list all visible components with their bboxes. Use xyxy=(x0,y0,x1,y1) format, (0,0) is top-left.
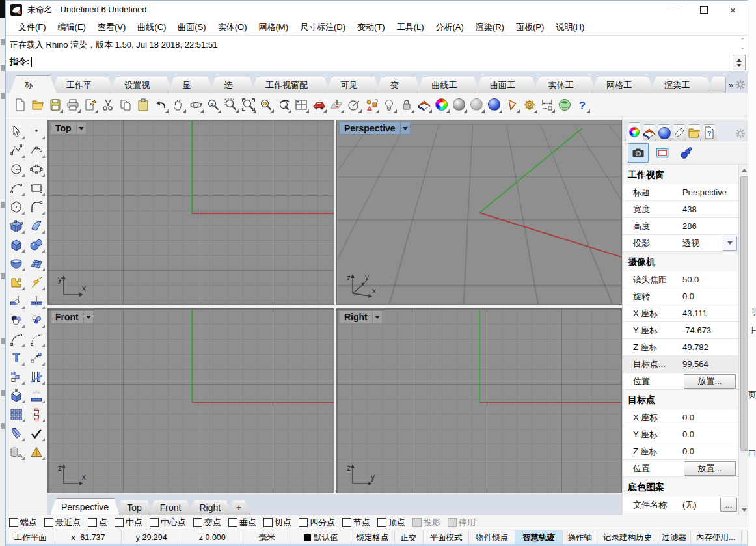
viewport-top-title[interactable]: Top xyxy=(50,122,87,135)
property-value[interactable]: 99.564 xyxy=(682,359,738,369)
property-value[interactable]: 43.111 xyxy=(682,308,738,318)
viewport-front-menu-caret[interactable] xyxy=(84,310,94,323)
command-input[interactable]: 指令: xyxy=(6,53,748,72)
checkbox-icon[interactable] xyxy=(88,518,97,527)
check-errors-icon[interactable] xyxy=(29,425,45,441)
osnap-节点[interactable]: 节点 xyxy=(342,517,370,528)
toolbar-tab-渲染工具[interactable]: 渲染工具 xyxy=(649,77,712,93)
menu-item-11[interactable]: 分析(A) xyxy=(430,20,470,35)
viewport-right[interactable]: Right zy xyxy=(336,308,622,493)
menu-item-13[interactable]: 面板(P) xyxy=(510,20,550,35)
viewport-perspective-label[interactable]: Perspective xyxy=(339,122,401,135)
dropdown-button[interactable] xyxy=(723,236,737,251)
place-button[interactable]: 放置... xyxy=(684,374,736,389)
render-tab[interactable] xyxy=(655,124,673,141)
shaded-viewport-icon[interactable] xyxy=(450,96,468,114)
toolbar-tab-网格工具[interactable]: 网格工具 xyxy=(591,77,655,93)
menu-item-2[interactable]: 编辑(E) xyxy=(52,20,92,35)
status-工作平面[interactable]: 工作平面 xyxy=(6,530,55,545)
fillet-curve-icon[interactable] xyxy=(29,198,45,215)
extrude-solid-icon[interactable] xyxy=(8,387,25,403)
spheres-icon[interactable] xyxy=(29,236,45,253)
menu-item-1[interactable]: 文件(F) xyxy=(12,20,52,35)
viewport-rect-button[interactable] xyxy=(652,143,673,163)
toolbar-tab-设置视图[interactable]: 设置视图 xyxy=(109,77,172,93)
zoom-dynamic-icon[interactable]: ± xyxy=(204,96,222,114)
property-value[interactable]: 放置... xyxy=(682,374,738,389)
property-value[interactable]: 0.0 xyxy=(682,292,738,301)
status-过滤器[interactable]: 过滤器 xyxy=(658,530,691,545)
property-value[interactable]: 50.0 xyxy=(682,275,738,284)
menu-item-7[interactable]: 网格(M) xyxy=(252,20,294,35)
new-viewport-tab-button[interactable]: + xyxy=(228,500,250,515)
trim-icon[interactable] xyxy=(8,293,25,309)
property-value[interactable]: 438 xyxy=(682,204,738,214)
viewport-right-menu-caret[interactable] xyxy=(373,310,383,323)
menu-item-10[interactable]: 工具(L) xyxy=(391,20,430,35)
move-point-icon[interactable] xyxy=(29,349,45,366)
arc-icon[interactable] xyxy=(8,180,25,196)
box-icon[interactable] xyxy=(8,236,25,253)
menu-item-12[interactable]: 渲染(R) xyxy=(470,20,510,35)
property-value[interactable]: 0.0 xyxy=(682,413,738,422)
layers-icon[interactable] xyxy=(415,96,433,114)
toolbar-tab-工作视窗配置[interactable]: 工作视窗配置 xyxy=(250,77,331,93)
status-z 0.000[interactable]: z 0.000 xyxy=(182,530,243,545)
checkbox-icon[interactable] xyxy=(342,518,351,527)
viewport-right-title[interactable]: Right xyxy=(339,310,383,323)
explode-icon[interactable] xyxy=(29,274,45,290)
status-操作轴[interactable]: 操作轴 xyxy=(563,530,598,545)
clipped-toolbar-tab[interactable] xyxy=(708,77,726,92)
rendered-viewport-icon[interactable] xyxy=(485,96,503,114)
pan-view-icon[interactable] xyxy=(169,96,187,114)
browse-button[interactable]: ... xyxy=(720,498,737,512)
toolbar-tab-变动[interactable]: 变动 xyxy=(375,77,422,93)
spotlight-icon[interactable] xyxy=(503,96,520,114)
property-value[interactable]: 放置... xyxy=(682,461,738,476)
toolbar-tab-工作平面[interactable]: 工作平面 xyxy=(51,77,115,93)
viewport-tab-front[interactable]: Front xyxy=(149,500,193,515)
viewport-tab-right[interactable]: Right xyxy=(188,500,232,515)
osnap-点[interactable]: 点 xyxy=(88,517,107,528)
viewport-perspective-menu-caret[interactable] xyxy=(401,122,411,135)
menu-item-5[interactable]: 曲面(S) xyxy=(172,20,211,35)
fillet-arc-icon[interactable] xyxy=(8,331,25,347)
osnap-切点[interactable]: 切点 xyxy=(263,517,291,528)
named-views-icon[interactable] xyxy=(310,96,327,114)
viewport-top-label[interactable]: Top xyxy=(50,122,77,135)
property-value[interactable]: 0.0 xyxy=(682,430,738,439)
help-tab[interactable]: ? xyxy=(700,124,718,141)
checkbox-icon[interactable] xyxy=(228,518,237,527)
viewport-top[interactable]: Top yx xyxy=(47,120,334,305)
point-icon[interactable] xyxy=(29,123,45,139)
status-锁定格点[interactable]: 锁定格点 xyxy=(351,530,395,545)
status-默认值[interactable]: 默认值 xyxy=(291,530,351,545)
polyline-icon[interactable] xyxy=(8,142,25,158)
status-记录建构历史[interactable]: 记录建构历史 xyxy=(597,530,658,545)
text-icon[interactable]: T xyxy=(8,349,25,366)
property-value[interactable]: 286 xyxy=(682,221,738,231)
checkbox-icon[interactable] xyxy=(44,518,53,527)
pyramid-icon[interactable] xyxy=(29,444,45,460)
split-icon[interactable] xyxy=(29,293,45,309)
ellipse-icon[interactable] xyxy=(29,161,45,177)
status-物件锁点[interactable]: 物件锁点 xyxy=(469,530,515,545)
zoom-window-icon[interactable] xyxy=(222,96,239,114)
align-icon[interactable] xyxy=(8,368,25,385)
maximize-button[interactable] xyxy=(689,1,718,19)
ghosted-viewport-icon[interactable] xyxy=(468,96,485,114)
menu-item-4[interactable]: 曲线(C) xyxy=(131,20,172,35)
tab-gear-icon[interactable] xyxy=(736,80,745,89)
open-file-icon[interactable] xyxy=(29,96,46,114)
options-icon[interactable] xyxy=(520,96,538,114)
viewport-right-label[interactable]: Right xyxy=(339,310,373,323)
command-spinner[interactable] xyxy=(733,55,746,70)
notes-tab[interactable] xyxy=(670,124,688,141)
twist-icon[interactable] xyxy=(8,425,25,441)
minimize-button[interactable] xyxy=(660,1,689,19)
polygon-icon[interactable] xyxy=(8,198,25,215)
status-内存使用...[interactable]: 内存使用... xyxy=(691,530,742,545)
four-viewports-icon[interactable] xyxy=(292,96,310,114)
boolean-union-icon[interactable] xyxy=(8,274,25,290)
command-history[interactable]: 正在载入 Rhino 渲染，版本 1.50, Jul 18 2018, 22:5… xyxy=(6,36,748,53)
